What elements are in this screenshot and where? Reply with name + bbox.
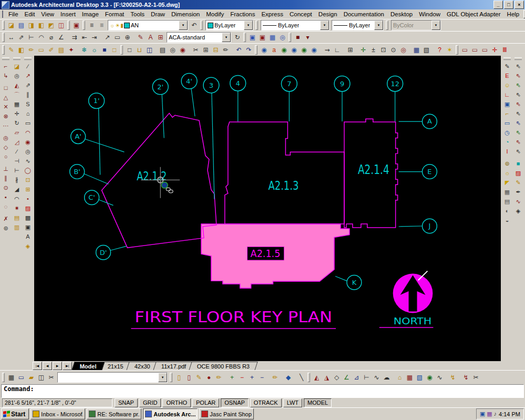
ray-icon[interactable]: ⇗ (23, 80, 33, 90)
aec-divide-icon[interactable]: ◮ (322, 373, 332, 382)
snap-endpoint-icon[interactable]: □ (1, 83, 11, 93)
pen-tool-icon[interactable]: ✒ (513, 187, 523, 197)
cut-icon[interactable]: ✂ (191, 45, 201, 55)
toolbar-grip[interactable] (2, 373, 5, 382)
toolbar-grip[interactable] (255, 45, 258, 55)
fraction-unstack-icon[interactable]: ▾ (303, 33, 313, 42)
dim-aligned-icon[interactable]: ⇗ (16, 33, 26, 42)
layer-previous-icon[interactable]: ↶ (189, 21, 199, 30)
polygonal-viewport-icon[interactable]: ▰ (26, 373, 36, 382)
layer-freeze-icon[interactable]: ◨ (26, 21, 36, 30)
maximize-button[interactable]: □ (504, 1, 513, 9)
select-last-icon[interactable]: ⇖ (513, 109, 523, 118)
toolbar-grip[interactable] (255, 21, 258, 30)
node-move-icon[interactable]: ◆ (283, 373, 293, 382)
menu-format[interactable]: Format (102, 11, 127, 18)
viewport-rect-3-icon[interactable]: ▭ (480, 45, 490, 55)
dim-linear-icon[interactable]: ↔ (6, 33, 16, 42)
bag-tool-icon[interactable]: ⌂ (395, 373, 405, 382)
pencil-lightning-icon[interactable]: ↯ (461, 373, 471, 382)
toolbar-grip[interactable] (456, 45, 458, 55)
layer-off-icon[interactable]: ◫ (56, 21, 66, 30)
tab-nav-button-0[interactable]: |◀ (33, 362, 42, 370)
fraction-stack-icon[interactable]: ■ (293, 33, 303, 42)
toggle-otrack[interactable]: OTRACK (250, 398, 282, 407)
print-preview-icon[interactable]: ◎ (168, 45, 178, 55)
layer-manager-icon[interactable]: ▤ (16, 21, 26, 30)
wall-remove-icon[interactable]: ▯ (184, 373, 194, 382)
vertex-remove-icon[interactable]: − (237, 373, 247, 382)
tolerance-icon[interactable]: ▭ (112, 33, 122, 42)
pan-realtime-icon[interactable]: ✛ (358, 45, 368, 55)
toolbar-grip[interactable] (2, 57, 9, 60)
dim-quick-icon[interactable]: ⇉ (69, 33, 79, 42)
make-object-layer-current-icon[interactable]: ◪ (6, 21, 16, 30)
offset-icon[interactable]: ⌒ (12, 90, 22, 99)
point-icon[interactable]: • (23, 194, 33, 203)
color-dropdown[interactable]: ByLayer▼ (205, 20, 253, 30)
array-icon[interactable]: ▦ (12, 99, 22, 109)
elevation-label-icon[interactable]: E (502, 71, 512, 80)
toolbar-grip[interactable] (67, 21, 70, 30)
hatch-edit-icon[interactable]: ▨ (513, 168, 523, 178)
named-views-icon[interactable]: ⊞ (345, 45, 355, 55)
select-window-icon[interactable]: ⇖ (513, 62, 523, 71)
document-icon[interactable] (2, 11, 3, 18)
menu-modify[interactable]: Modify (203, 11, 227, 18)
toolbar-grip[interactable] (200, 21, 203, 30)
match-properties-icon[interactable]: ✏ (221, 45, 231, 55)
properties-teal-icon[interactable]: ■ (513, 159, 523, 168)
aec-subtract-icon[interactable]: ∠ (342, 373, 352, 382)
aec-crop-icon[interactable]: ⊿ (352, 373, 362, 382)
toolbar-grip[interactable] (83, 21, 85, 30)
label-a2-1-4[interactable]: A2.1.4 (358, 162, 389, 177)
toolbar-grip[interactable] (170, 373, 172, 382)
menu-view[interactable]: View (38, 11, 57, 18)
toggle-lwt[interactable]: LWT (283, 398, 302, 407)
toolbar-grip[interactable] (2, 33, 5, 42)
wall-props-icon[interactable]: ✏ (214, 373, 224, 382)
snap-extension-icon[interactable]: ⋯ (1, 121, 11, 130)
layer-dropdown[interactable]: ☼☀▮AN▼ (108, 20, 188, 30)
paste-icon[interactable]: ⊟ (211, 45, 221, 55)
osnap-settings-icon[interactable]: ⊚ (1, 223, 11, 233)
layer-key-pencil-icon[interactable]: ✎ (6, 45, 16, 55)
explode-icon[interactable]: ✷ (12, 203, 22, 213)
dropdown-arrow-icon[interactable]: ▼ (431, 21, 440, 30)
group-edit-icon[interactable]: ✂ (471, 373, 481, 382)
select-add-icon[interactable]: ⇖ (513, 128, 523, 137)
aec-trim-icon[interactable]: ◭ (312, 373, 322, 382)
tab-nav-button-3[interactable]: ▶| (63, 362, 72, 370)
dim-radius-icon[interactable]: ◠ (36, 33, 46, 42)
tab-nav-button-1[interactable]: ◀ (43, 362, 52, 370)
toolbar-grip[interactable] (514, 57, 522, 60)
command-line[interactable]: Command: (1, 384, 524, 398)
toolbar-grip[interactable] (13, 57, 20, 60)
layer-key-edit-icon[interactable]: ✐ (46, 45, 56, 55)
menu-dimension[interactable]: Dimension (168, 11, 203, 18)
extend-icon[interactable]: ⊢ (12, 166, 22, 175)
lightning-edit-icon[interactable]: ↯ (448, 373, 458, 382)
polygon-icon[interactable]: ⌂ (23, 109, 33, 118)
render-tool-icon[interactable]: ◐ (502, 206, 512, 216)
tab-oce-9800-fbbs-r3[interactable]: OCE 9800 FBBS R3 (189, 362, 258, 370)
ucs-dialog-icon[interactable]: ∟ (502, 90, 512, 99)
toggle-osnap[interactable]: OSNAP (221, 398, 249, 407)
lock-icon[interactable]: ■ (99, 45, 109, 55)
building-a2-1-3[interactable] (225, 122, 344, 224)
etransmit-icon[interactable]: a (269, 45, 279, 55)
minimize-button[interactable]: _ (493, 1, 503, 9)
viewport-rect-1-icon[interactable]: ▭ (460, 45, 470, 55)
dropdown-arrow-icon[interactable]: ▼ (222, 33, 231, 42)
toolbar-grip[interactable] (120, 45, 123, 55)
menu-image[interactable]: Image (79, 11, 102, 18)
help-icon[interactable]: ? (435, 45, 445, 55)
hyperlink-globe-1-icon[interactable]: ◉ (279, 45, 289, 55)
key-style-icon[interactable]: ⌐ (502, 109, 512, 118)
select-crossing-icon[interactable]: ⇖ (513, 71, 523, 80)
hatch-icon[interactable]: ▨ (23, 203, 33, 213)
content-browser-icon[interactable]: ☺ (502, 80, 512, 90)
select-all-icon[interactable]: ⇖ (513, 118, 523, 128)
layer-standards-icon[interactable]: ✏ (26, 45, 36, 55)
dim-angular-icon[interactable]: ∠ (56, 33, 66, 42)
